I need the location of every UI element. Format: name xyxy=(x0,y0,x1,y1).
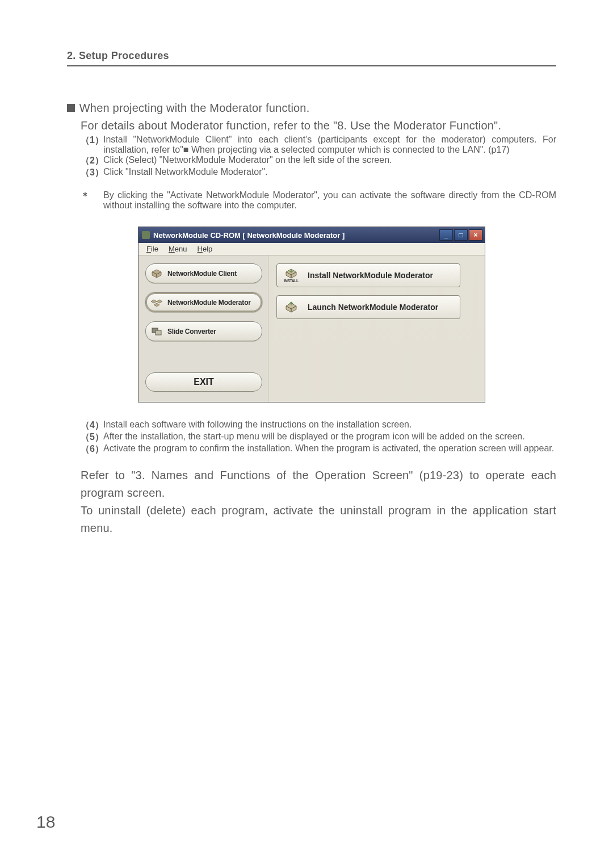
minimize-button[interactable]: _ xyxy=(439,229,453,241)
app-window: NetworkModule CD-ROM [ NetworkModule Mod… xyxy=(138,227,485,402)
sidebar-item-moderator[interactable]: NetworkModule Moderator xyxy=(145,292,262,312)
window-title: NetworkModule CD-ROM [ NetworkModule Mod… xyxy=(153,231,345,240)
step-number: （3） xyxy=(81,167,103,179)
titlebar: NetworkModule CD-ROM [ NetworkModule Mod… xyxy=(138,227,485,243)
sidebar-item-slide-converter[interactable]: Slide Converter xyxy=(145,321,262,341)
install-icon-label: INSTALL xyxy=(284,279,299,283)
main-button-label: Launch NetworkModule Moderator xyxy=(308,303,438,312)
note-text: By clicking the "Activate NetworkModule … xyxy=(103,190,556,211)
square-bullet-icon xyxy=(67,104,75,112)
menu-menu[interactable]: Menu xyxy=(164,245,192,253)
window-controls: _ □ × xyxy=(439,229,482,241)
sidebar-item-label: NetworkModule Client xyxy=(167,270,237,278)
sidebar-item-client[interactable]: NetworkModule Client xyxy=(145,263,262,283)
step-line: （5） After the installation, the start-up… xyxy=(81,431,556,443)
footer-paragraph: Refer to "3. Names and Functions of the … xyxy=(81,467,556,502)
page-number: 18 xyxy=(36,812,55,832)
main-pane: INSTALL Install NetworkModule Moderator … xyxy=(268,255,485,402)
app-screenshot: NetworkModule CD-ROM [ NetworkModule Mod… xyxy=(138,227,485,402)
step-number: （2） xyxy=(81,155,103,167)
step-line: （6） Activate the program to confirm the … xyxy=(81,443,556,455)
section-header: 2. Setup Procedures xyxy=(67,50,556,62)
step-text: Click (Select) "NetworkModule Moderator"… xyxy=(103,155,556,167)
exit-button[interactable]: EXIT xyxy=(145,372,262,392)
footer-paragraph: To uninstall (delete) each program, acti… xyxy=(81,502,556,537)
menu-file[interactable]: File xyxy=(142,245,163,253)
section-heading: When projecting with the Moderator funct… xyxy=(67,99,556,117)
note-line: ＊ By clicking the "Activate NetworkModul… xyxy=(81,190,556,211)
install-moderator-button[interactable]: INSTALL Install NetworkModule Moderator xyxy=(276,263,460,287)
step-number: （5） xyxy=(81,431,103,443)
step-text: Install "NetworkModule Client" into each… xyxy=(103,135,556,155)
launch-moderator-button[interactable]: Launch NetworkModule Moderator xyxy=(276,295,460,319)
heading-text: When projecting with the Moderator funct… xyxy=(79,102,310,114)
header-rule xyxy=(67,65,556,66)
step-line: （3） Click "Install NetworkModule Moderat… xyxy=(81,167,556,179)
svg-rect-1 xyxy=(156,330,161,335)
step-number: （6） xyxy=(81,443,103,455)
slide-icon xyxy=(150,326,163,337)
intro-line: For details about Moderator function, re… xyxy=(81,117,556,135)
boxes-icon xyxy=(150,297,163,308)
launch-icon xyxy=(282,299,301,315)
sidebar-item-label: NetworkModule Moderator xyxy=(167,299,251,307)
step-line: （4） Install each software with following… xyxy=(81,420,556,431)
menu-help[interactable]: Help xyxy=(193,245,217,253)
step-text: Click "Install NetworkModule Moderator". xyxy=(103,167,556,179)
menubar: File Menu Help xyxy=(138,243,485,255)
asterisk-icon: ＊ xyxy=(81,190,103,211)
step-number: （1） xyxy=(81,135,103,155)
step-text: After the installation, the start-up men… xyxy=(103,431,556,443)
app-icon xyxy=(142,231,150,239)
sidebar: NetworkModule Client NetworkModule Moder… xyxy=(138,255,268,402)
maximize-button[interactable]: □ xyxy=(454,229,468,241)
main-button-label: Install NetworkModule Moderator xyxy=(308,271,433,280)
sidebar-item-label: Slide Converter xyxy=(167,328,216,336)
step-text: Install each software with following the… xyxy=(103,420,556,431)
box-icon xyxy=(150,269,163,279)
step-text: Activate the program to confirm the inst… xyxy=(103,443,556,455)
step-number: （4） xyxy=(81,420,103,431)
install-icon: INSTALL xyxy=(282,267,301,283)
step-line: （2） Click (Select) "NetworkModule Modera… xyxy=(81,155,556,167)
step-line: （1） Install "NetworkModule Client" into … xyxy=(81,135,556,155)
close-button[interactable]: × xyxy=(469,229,482,241)
